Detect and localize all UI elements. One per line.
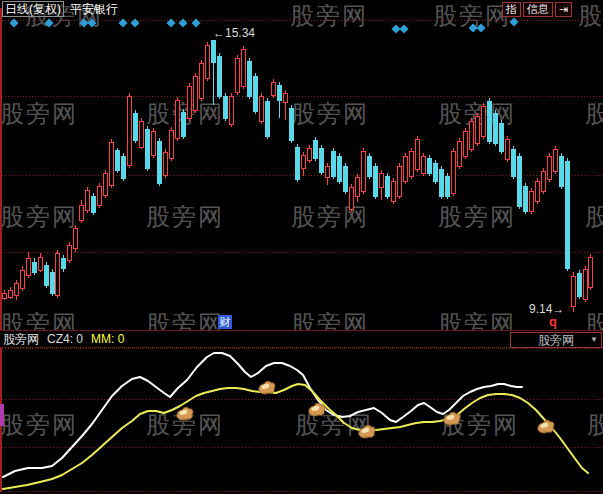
candle-up <box>554 146 558 174</box>
candle-up <box>56 250 60 298</box>
candle-down <box>314 137 318 161</box>
signal-diamond-icon <box>477 24 486 33</box>
stock-chart-app: 股旁网股旁网股旁网股旁网股旁网股旁网股旁网股旁网股旁网股旁网股旁网股旁网股旁网股… <box>0 0 603 494</box>
candle-up <box>236 55 240 95</box>
candle-down <box>386 173 390 199</box>
candle-up <box>476 113 480 146</box>
title-bar-buttons: 指 信息 ⇥ <box>500 2 572 17</box>
gold-ingot-icon <box>444 412 460 425</box>
candle-up <box>170 127 174 161</box>
candle-down <box>488 98 492 144</box>
signal-diamond-icon <box>167 19 176 28</box>
chevron-down-icon: ▼ <box>590 333 598 347</box>
candle-up <box>194 73 198 113</box>
candle-up <box>572 272 576 312</box>
low-price-label: 9.14→ <box>529 302 564 316</box>
candle-down <box>524 183 528 214</box>
signal-diamond-icon <box>510 18 519 27</box>
candle-up <box>140 118 144 149</box>
candle-up <box>206 42 210 81</box>
candle-down <box>254 73 258 114</box>
candle-down <box>146 126 150 171</box>
candle-up <box>536 178 540 204</box>
candle-down <box>33 258 37 275</box>
candle-up <box>470 118 474 152</box>
candle-up <box>530 188 534 214</box>
candle-up <box>80 200 84 223</box>
candle-down <box>344 163 348 194</box>
candle-down <box>566 158 570 271</box>
signal-diamond-icon <box>179 19 188 28</box>
cz4-value: CZ4: 0 <box>47 332 83 346</box>
candle-up <box>27 252 31 278</box>
candle-up <box>284 90 288 120</box>
candle-down <box>266 98 270 139</box>
cai-marker: 财 <box>218 315 232 329</box>
indicator-dropdown[interactable]: 股旁网 ▼ <box>510 332 602 348</box>
collapse-panel-icon[interactable]: ⇥ <box>555 2 572 17</box>
cz4-line <box>3 353 522 477</box>
dropdown-label: 股旁网 <box>538 333 574 347</box>
indicator-button[interactable]: 指 <box>502 2 521 17</box>
candle-up <box>200 60 204 101</box>
candle-up <box>482 103 486 139</box>
candle-down <box>62 255 66 272</box>
purple-marker <box>0 404 4 426</box>
indicator-name: 股旁网 <box>3 331 39 348</box>
gold-ingot-icon <box>177 407 193 420</box>
period-selector[interactable]: 日线(复权) <box>2 1 64 17</box>
signal-diamond-icon <box>400 25 409 34</box>
candle-down <box>446 173 450 199</box>
candle-down <box>290 105 294 143</box>
candle-down <box>92 193 96 215</box>
cz4-label: CZ4: <box>47 332 73 346</box>
candle-up <box>308 145 312 163</box>
candle-up <box>380 170 384 200</box>
signal-diamond-icon <box>10 19 19 28</box>
candle-up <box>260 93 264 124</box>
mm-label: MM: <box>91 332 114 346</box>
candle-down <box>494 110 498 146</box>
stock-name: 平安银行 <box>70 1 118 18</box>
candle-down <box>428 155 432 176</box>
candle-up <box>176 97 180 141</box>
candle-down <box>518 153 522 209</box>
candle-up <box>15 280 19 300</box>
candle-up <box>422 153 426 176</box>
mm-value: MM: 0 <box>91 332 124 346</box>
signal-diamond-icon <box>131 19 140 28</box>
candle-up <box>392 178 396 204</box>
info-button[interactable]: 信息 <box>523 2 553 17</box>
candle-up <box>410 148 414 179</box>
candle-up <box>272 79 276 98</box>
candle-up <box>98 183 102 208</box>
candle-up <box>356 174 360 202</box>
candle-up <box>350 184 354 212</box>
title-bar: 日线(复权) 平安银行 指 信息 ⇥ <box>0 0 603 18</box>
mm-number: 0 <box>118 332 125 346</box>
signal-diamond-icon <box>469 24 478 33</box>
candle-down <box>500 120 504 154</box>
candle-up <box>86 187 90 213</box>
candle-down <box>248 58 252 99</box>
candle-down <box>338 153 342 184</box>
chart-canvas <box>0 0 603 494</box>
candle-down <box>116 148 120 173</box>
candle-up <box>584 266 588 302</box>
candle-up <box>242 46 246 89</box>
candle-down <box>182 109 186 139</box>
candle-down <box>512 146 516 179</box>
candle-up <box>302 152 306 176</box>
candle-up <box>152 128 156 158</box>
candle-down <box>158 138 162 186</box>
candle-up <box>164 149 168 178</box>
signal-diamond-icon <box>80 19 89 28</box>
candle-up <box>21 266 25 291</box>
candle-up <box>110 139 114 188</box>
candle-up <box>3 290 7 300</box>
gold-ingot-icon <box>259 381 275 394</box>
candle-up <box>68 242 72 263</box>
candle-down <box>434 160 438 184</box>
candle-up <box>362 148 366 194</box>
candle-down <box>368 153 372 179</box>
